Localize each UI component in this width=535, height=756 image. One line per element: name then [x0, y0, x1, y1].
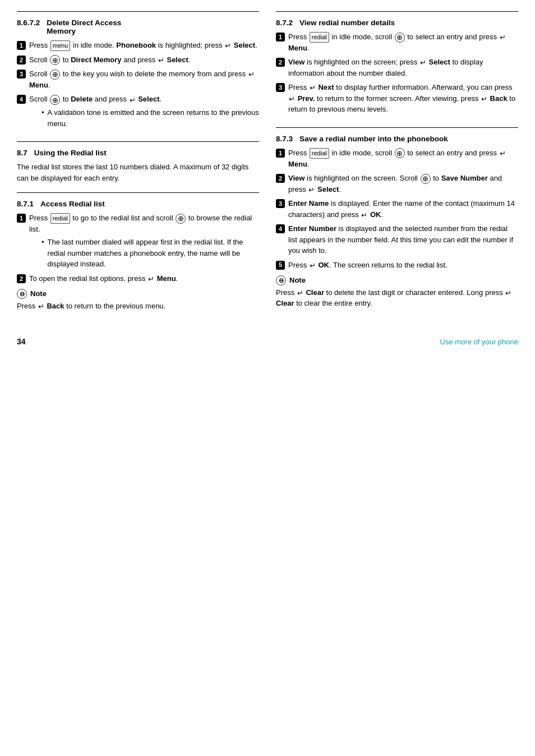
- step-item: 3 Press ↵ Next to display further inform…: [276, 82, 518, 115]
- section-name-8-7: Using the Redial list: [34, 149, 107, 157]
- section-num-8-7-3: 8.7.3: [276, 135, 293, 143]
- step-num-2: 2: [276, 174, 285, 183]
- step-list-8-6-7-2: 1 Press menu in idle mode. Phonebook is …: [17, 40, 259, 129]
- menu-key: menu: [50, 40, 71, 51]
- step-item: 2 To open the redial list options, press…: [17, 273, 259, 284]
- note-label: Note: [289, 275, 306, 286]
- step-content-2: View is highlighted on the screen. Scrol…: [288, 173, 518, 195]
- section-8-7: 8.7 Using the Redial list The redial lis…: [17, 141, 259, 192]
- bullet-dot: •: [41, 107, 44, 129]
- redial-key: redial: [50, 213, 70, 224]
- step-num-1: 1: [17, 214, 26, 223]
- redial-key: redial: [310, 32, 329, 43]
- section-num-8-7: 8.7: [17, 149, 27, 157]
- bullet-item: • The last number dialed will appear fir…: [41, 237, 259, 270]
- back-icon: ↵: [481, 95, 487, 103]
- section-name-8-6-7-2: Delete Direct AccessMemory: [47, 19, 121, 35]
- step-item: 1 Press redial in idle mode, scroll to s…: [276, 147, 518, 169]
- step-num-2: 2: [17, 56, 26, 64]
- select-icon: ↵: [130, 96, 136, 104]
- section-title-8-7-1: 8.7.1 Access Redial list: [17, 200, 259, 208]
- note-box: ⊖ Note Press ↵ Back to return to the pre…: [17, 288, 259, 311]
- step-item: 1 Press menu in idle mode. Phonebook is …: [17, 40, 259, 51]
- select-icon: ↵: [310, 262, 316, 269]
- section-8-7-2: 8.7.2 View redial number details 1 Press…: [276, 11, 518, 127]
- scroll-icon: [421, 174, 431, 184]
- step-num-4: 4: [276, 224, 285, 233]
- back-icon: ↵: [505, 289, 511, 297]
- step-content-2: To open the redial list options, press ↵…: [29, 273, 259, 284]
- step-num-4: 4: [17, 95, 26, 104]
- bullet-item: • A validation tone is emitted and the s…: [41, 107, 259, 129]
- section-body-8-6-7-2: 1 Press menu in idle mode. Phonebook is …: [17, 40, 259, 129]
- step-num-5: 5: [276, 261, 285, 270]
- step-num-3: 3: [276, 83, 285, 92]
- section-8-7-1: 8.7.1 Access Redial list 1 Press redial …: [17, 192, 259, 320]
- step-item: 4 Enter Number is displayed and the sele…: [276, 223, 518, 256]
- page-footer-label: Use more of your phone: [440, 338, 518, 346]
- select-icon: ↵: [420, 59, 426, 66]
- step-item: 1 Press redial in idle mode, scroll to s…: [276, 31, 518, 53]
- section-title-8-7-3: 8.7.3 Save a redial number into the phon…: [276, 135, 518, 143]
- left-column: 8.6.7.2 Delete Direct AccessMemory 1 Pre…: [17, 11, 259, 320]
- select-icon: ↵: [289, 95, 295, 103]
- section-title-8-6-7-2: 8.6.7.2 Delete Direct AccessMemory: [17, 19, 259, 35]
- step-num-1: 1: [276, 33, 285, 42]
- select-icon: ↵: [158, 57, 164, 64]
- note-box: ⊖ Note Press ↵ Clear to delete the last …: [276, 275, 518, 309]
- step-content-3: Press ↵ Next to display further informat…: [288, 82, 518, 115]
- step-item: 5 Press ↵ OK. The screen returns to the …: [276, 260, 518, 271]
- scroll-icon: [395, 148, 405, 158]
- page-number: 34: [17, 337, 26, 346]
- step-content-1: Press redial in idle mode, scroll to sel…: [288, 31, 518, 53]
- back-icon: ↵: [38, 303, 44, 310]
- section-num-8-6-7-2: 8.6.7.2: [17, 19, 40, 35]
- note-body: Press ↵ Clear to delete the last digit o…: [276, 287, 518, 309]
- step-num-2: 2: [276, 58, 285, 67]
- select-icon: ↵: [148, 275, 154, 283]
- note-label: Note: [30, 288, 47, 299]
- step-item: 2 View is highlighted on the screen. Scr…: [276, 173, 518, 195]
- step-item: 3 Scroll to the key you wish to delete t…: [17, 68, 259, 90]
- step-num-1: 1: [17, 41, 26, 50]
- section-title-8-7-2: 8.7.2 View redial number details: [276, 19, 518, 27]
- select-icon: ↵: [225, 42, 231, 49]
- select-icon: ↵: [500, 150, 506, 157]
- step-content-5: Press ↵ OK. The screen returns to the re…: [288, 260, 518, 271]
- step-content-4: Scroll to Delete and press ↵ Select. • A…: [29, 94, 259, 129]
- section-name-8-7-1: Access Redial list: [40, 200, 105, 208]
- section-num-8-7-1: 8.7.1: [17, 200, 34, 208]
- select-icon: ↵: [310, 84, 316, 91]
- step-content-1: Press redial to go to the redial list an…: [29, 213, 259, 270]
- section-body-8-7: The redial list stores the last 10 numbe…: [17, 162, 259, 183]
- scroll-icon: [176, 214, 186, 224]
- scroll-icon: [50, 70, 60, 80]
- note-header: ⊖ Note: [276, 275, 518, 286]
- page-footer: 34 Use more of your phone: [17, 331, 518, 346]
- select-icon: ↵: [361, 211, 367, 219]
- select-icon: ↵: [308, 186, 315, 193]
- step-content-1: Press redial in idle mode, scroll to sel…: [288, 147, 518, 169]
- section-body-8-7-1: 1 Press redial to go to the redial list …: [17, 213, 259, 311]
- section-body-8-7-2: 1 Press redial in idle mode, scroll to s…: [276, 31, 518, 115]
- step-content-1: Press menu in idle mode. Phonebook is hi…: [29, 40, 259, 51]
- step-item: 2 Scroll to Direct Memory and press ↵ Se…: [17, 54, 259, 66]
- step-list-8-7-1: 1 Press redial to go to the redial list …: [17, 213, 259, 284]
- step-content-2: Scroll to Direct Memory and press ↵ Sele…: [29, 54, 259, 66]
- section-num-8-7-2: 8.7.2: [276, 19, 293, 27]
- step-num-3: 3: [17, 70, 26, 79]
- section-8-6-7-2: 8.6.7.2 Delete Direct AccessMemory 1 Pre…: [17, 11, 259, 141]
- step-content-3: Enter Name is displayed. Enter the name …: [288, 198, 518, 220]
- note-icon: ⊖: [276, 275, 286, 285]
- step-item: 4 Scroll to Delete and press ↵ Select. •…: [17, 94, 259, 129]
- section-name-8-7-2: View redial number details: [299, 19, 395, 27]
- step-content-4: Enter Number is displayed and the select…: [288, 223, 518, 256]
- scroll-icon: [50, 95, 60, 105]
- step-content-3: Scroll to the key you wish to delete the…: [29, 68, 259, 90]
- step-num-3: 3: [276, 199, 285, 208]
- section-name-8-7-3: Save a redial number into the phonebook: [299, 135, 448, 143]
- bullet-text: A validation tone is emitted and the scr…: [48, 107, 259, 129]
- step-num-2: 2: [17, 274, 26, 283]
- page-container: 8.6.7.2 Delete Direct AccessMemory 1 Pre…: [17, 11, 518, 320]
- step-num-1: 1: [276, 149, 285, 158]
